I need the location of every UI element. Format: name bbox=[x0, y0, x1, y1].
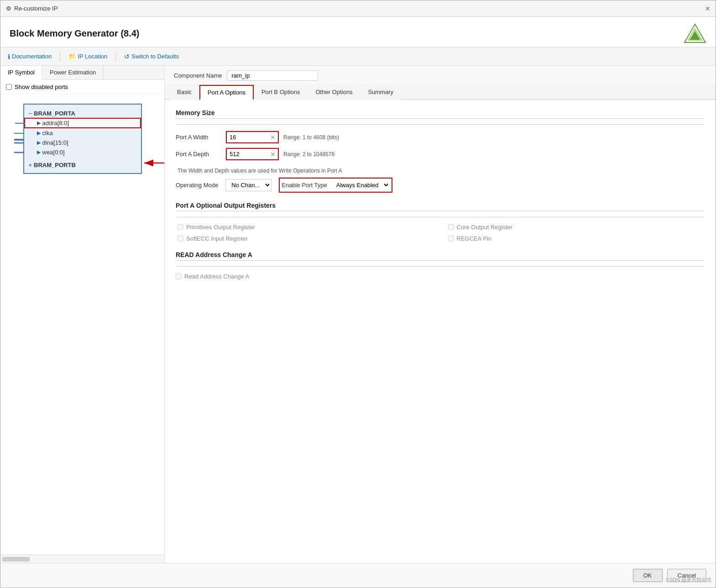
right-content: Memory Size Port A Width ✕ Range: 1 to 4… bbox=[165, 100, 716, 563]
scroll-thumb[interactable] bbox=[2, 557, 30, 562]
vivado-logo bbox=[684, 23, 706, 43]
mode-row: Operating Mode No Chan... Enable Port Ty… bbox=[176, 178, 705, 193]
read-address-label: Read Address Change A bbox=[184, 273, 249, 280]
optional-output-section: Port A Optional Output Registers Primiti… bbox=[176, 202, 705, 242]
refresh-icon: ↺ bbox=[124, 53, 130, 60]
app-header: Block Memory Generator (8.4) bbox=[0, 17, 716, 47]
primitives-output-label: Primitives Output Register bbox=[186, 224, 255, 231]
core-output-checkbox[interactable] bbox=[448, 224, 454, 230]
bram-porta-label: BRAM_PORTA bbox=[34, 110, 75, 117]
port-addra[interactable]: ▶ addra[8:0] bbox=[24, 118, 141, 128]
component-box: − BRAM_PORTA ▶ addra[8:0] ▶ bbox=[23, 104, 142, 174]
window-title: Re-customize IP bbox=[14, 5, 57, 12]
toolbar-divider-2 bbox=[115, 52, 116, 61]
folder-icon: 📁 bbox=[68, 53, 76, 60]
read-address-checkbox[interactable] bbox=[176, 273, 182, 279]
port-dina-label: dina[15:0] bbox=[42, 139, 68, 146]
port-a-width-clear-btn[interactable]: ✕ bbox=[268, 133, 278, 142]
optional-output-title: Port A Optional Output Registers bbox=[176, 202, 705, 211]
port-dina[interactable]: ▶ dina[15:0] bbox=[24, 138, 141, 147]
watermark: CSDN @岁月指尖流 bbox=[666, 577, 711, 583]
info-icon: ℹ bbox=[8, 53, 10, 60]
title-bar-left: ⚙ Re-customize IP bbox=[6, 5, 57, 12]
read-address-item: Read Address Change A bbox=[176, 273, 705, 280]
width-depth-note: The Width and Depth values are used for … bbox=[178, 168, 705, 174]
left-panel: IP Symbol Power Estimation Show disabled… bbox=[0, 66, 165, 563]
tab-summary[interactable]: Summary bbox=[360, 85, 401, 100]
bottom-bar: OK Cancel bbox=[0, 563, 716, 588]
component-name-label: Component Name bbox=[174, 72, 222, 79]
toolbar-divider-1 bbox=[60, 52, 60, 61]
main-window: ⚙ Re-customize IP × Block Memory Generat… bbox=[0, 0, 716, 588]
show-disabled-checkbox[interactable] bbox=[6, 84, 12, 90]
main-content: IP Symbol Power Estimation Show disabled… bbox=[0, 66, 716, 563]
port-arrow-wea: ▶ bbox=[37, 149, 41, 155]
scroll-bar[interactable] bbox=[0, 555, 164, 563]
softECC-label: SoftECC Input Register bbox=[186, 235, 248, 242]
ok-button[interactable]: OK bbox=[633, 569, 663, 582]
close-button[interactable]: × bbox=[705, 5, 710, 13]
port-a-depth-input[interactable] bbox=[227, 149, 268, 159]
red-arrow bbox=[140, 156, 165, 170]
tab-port-a-options[interactable]: Port A Options bbox=[199, 85, 254, 100]
ip-location-link[interactable]: 📁 IP Location bbox=[68, 53, 107, 60]
separator-3 bbox=[176, 266, 705, 267]
softECC-checkbox[interactable] bbox=[178, 236, 183, 242]
read-address-section: READ Address Change A Read Address Chang… bbox=[176, 251, 705, 280]
bram-portb-label: BRAM_PORTB bbox=[34, 162, 76, 168]
port-a-depth-clear-btn[interactable]: ✕ bbox=[268, 150, 278, 159]
component-name-row: Component Name bbox=[165, 66, 716, 85]
switch-defaults-label: Switch to Defaults bbox=[131, 53, 179, 60]
port-a-width-input-wrap: ✕ bbox=[226, 131, 279, 143]
read-address-title: READ Address Change A bbox=[176, 251, 705, 261]
documentation-label: Documentation bbox=[12, 53, 52, 60]
softECC-item: SoftECC Input Register bbox=[178, 235, 434, 242]
port-wea[interactable]: ▶ wea[0:0] bbox=[24, 147, 141, 157]
primitives-output-checkbox[interactable] bbox=[178, 224, 183, 230]
regcea-label: REGCEA Pin bbox=[457, 235, 492, 242]
operating-mode-label: Operating Mode bbox=[176, 182, 218, 189]
port-a-depth-label: Port A Depth bbox=[176, 151, 221, 158]
left-tabs: IP Symbol Power Estimation bbox=[0, 66, 164, 80]
port-a-width-range: Range: 1 to 4608 (bits) bbox=[283, 134, 339, 141]
tab-power-estimation[interactable]: Power Estimation bbox=[42, 66, 104, 79]
app-title: Block Memory Generator (8.4) bbox=[10, 28, 140, 39]
port-clka[interactable]: ▶ clka bbox=[24, 128, 141, 138]
right-tabs: Basic Port A Options Port B Options Othe… bbox=[165, 85, 716, 100]
port-wea-label: wea[0:0] bbox=[42, 149, 65, 156]
port-a-width-label: Port A Width bbox=[176, 134, 221, 141]
core-output-label: Core Output Register bbox=[457, 224, 513, 231]
tab-port-b-options[interactable]: Port B Options bbox=[254, 85, 308, 100]
documentation-link[interactable]: ℹ Documentation bbox=[8, 53, 52, 60]
collapse-porta-icon[interactable]: − bbox=[29, 110, 32, 117]
port-a-width-input[interactable] bbox=[227, 132, 268, 142]
checkboxes-grid: Primitives Output Register Core Output R… bbox=[176, 224, 705, 242]
bram-portb-header: + BRAM_PORTB bbox=[24, 160, 141, 169]
expand-portb-icon[interactable]: + bbox=[29, 162, 32, 168]
form-grid: Port A Width ✕ Range: 1 to 4608 (bits) P… bbox=[176, 131, 705, 160]
core-output-item: Core Output Register bbox=[448, 224, 705, 231]
window-icon: ⚙ bbox=[6, 5, 11, 12]
port-arrow-clka: ▶ bbox=[37, 130, 41, 136]
tab-basic[interactable]: Basic bbox=[169, 85, 199, 100]
separator-2 bbox=[176, 217, 705, 217]
symbol-area: − BRAM_PORTA ▶ addra[8:0] ▶ bbox=[0, 94, 164, 555]
switch-defaults-link[interactable]: ↺ Switch to Defaults bbox=[124, 53, 179, 60]
component-name-input[interactable] bbox=[227, 70, 318, 81]
port-a-depth-input-wrap: ✕ bbox=[226, 148, 279, 160]
tab-other-options[interactable]: Other Options bbox=[308, 85, 360, 100]
regcea-checkbox[interactable] bbox=[448, 236, 454, 242]
regcea-item: REGCEA Pin bbox=[448, 235, 705, 242]
separator-1 bbox=[176, 124, 705, 125]
right-panel: Component Name Basic Port A Options Port… bbox=[165, 66, 716, 563]
show-disabled-row: Show disabled ports bbox=[0, 80, 164, 94]
enable-port-type-select[interactable]: Always Enabled bbox=[331, 179, 390, 191]
port-arrow-addra: ▶ bbox=[37, 120, 41, 126]
port-a-width-row: Port A Width ✕ Range: 1 to 4608 (bits) bbox=[176, 131, 705, 143]
toolbar: ℹ Documentation 📁 IP Location ↺ Switch t… bbox=[0, 47, 716, 66]
enable-port-type-group: Enable Port Type Always Enabled bbox=[279, 178, 392, 193]
title-bar: ⚙ Re-customize IP × bbox=[0, 0, 716, 17]
port-a-depth-row: Port A Depth ✕ Range: 2 to 1048576 bbox=[176, 148, 705, 160]
tab-ip-symbol[interactable]: IP Symbol bbox=[0, 66, 42, 80]
operating-mode-select[interactable]: No Chan... bbox=[225, 179, 272, 191]
